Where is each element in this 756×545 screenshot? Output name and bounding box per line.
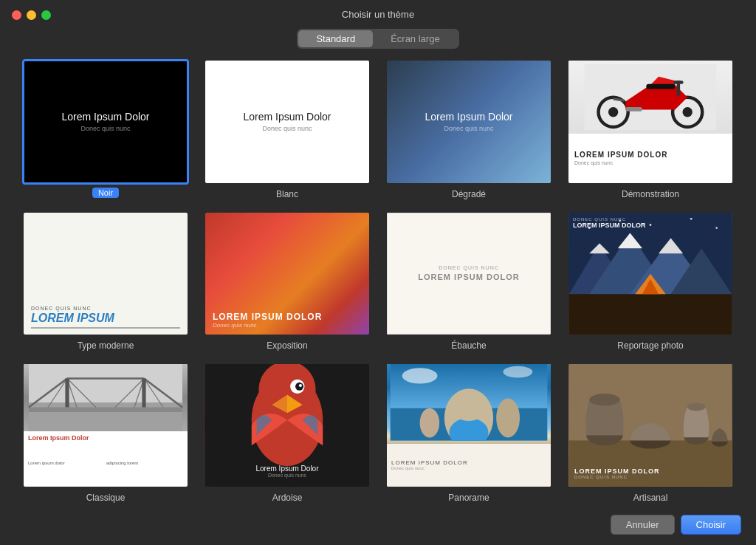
footer: Annuler Choisir — [0, 509, 756, 545]
theme-thumb-blanc[interactable]: Lorem Ipsum Dolor Donec quis nunc — [204, 59, 371, 185]
artisanal-text-overlay: LOREM IPSUM DOLOR DONEC QUIS NUNC — [574, 467, 726, 479]
thumb-ebauche-sub: DONEC QUIS NUNC — [439, 265, 499, 270]
theme-thumb-artisanal[interactable]: LOREM IPSUM DOLOR DONEC QUIS NUNC — [567, 363, 734, 488]
theme-item-panorame[interactable]: LOREM IPSUM DOLOR Donec quis nunc Panora… — [385, 363, 552, 503]
reportage-main: LOREM IPSUM DOLOR — [573, 222, 728, 229]
theme-thumb-type-moderne[interactable]: DONEC QUIS NUNC LOREM IPSUM — [22, 211, 189, 337]
theme-thumb-ebauche[interactable]: DONEC QUIS NUNC LOREM IPSUM DOLOR — [385, 211, 552, 337]
tab-ecran-large[interactable]: Écran large — [373, 30, 457, 47]
theme-item-degrade[interactable]: Lorem Ipsum Dolor Donec quis nunc Dégrad… — [385, 59, 552, 199]
svg-rect-39 — [65, 379, 69, 408]
theme-thumb-classique[interactable]: Lorem Ipsum Dolor Lorem ipsum dolor adip… — [22, 363, 189, 488]
svg-point-52 — [454, 401, 484, 421]
theme-thumb-demonstration[interactable]: LOREM IPSUM DOLOR Donec quis nunc — [567, 59, 734, 185]
theme-thumb-panorame[interactable]: LOREM IPSUM DOLOR Donec quis nunc — [385, 363, 552, 488]
theme-label-degrade: Dégradé — [452, 189, 486, 199]
classique-content: Lorem Ipsum Dolor Lorem ipsum dolor adip… — [24, 431, 188, 486]
theme-thumb-noir[interactable]: Lorem Ipsum Dolor Donec quis nunc — [22, 59, 189, 185]
thumb-expo-sub: Donec quis nunc — [213, 322, 362, 329]
title-bar: Choisir un thème — [0, 0, 756, 26]
bridge-icon — [24, 364, 188, 431]
thumb-demo-sub: Donec quis nunc — [574, 160, 726, 165]
svg-rect-40 — [142, 379, 145, 408]
theme-thumb-exposition[interactable]: LOREM IPSUM DOLOR Donec quis nunc — [204, 211, 371, 337]
classique-photo — [24, 364, 188, 431]
coastal-icon — [387, 364, 551, 441]
theme-item-type-moderne[interactable]: DONEC QUIS NUNC LOREM IPSUM Type moderne — [22, 211, 189, 352]
svg-point-60 — [589, 394, 619, 406]
svg-point-54 — [420, 408, 440, 438]
tab-standard[interactable]: Standard — [298, 30, 373, 47]
thumb-blanc-main: Lorem Ipsum Dolor — [243, 111, 331, 123]
svg-point-53 — [496, 398, 520, 437]
theme-thumb-degrade[interactable]: Lorem Ipsum Dolor Donec quis nunc — [385, 59, 552, 185]
svg-rect-7 — [673, 80, 683, 83]
thumb-demo-text: LOREM IPSUM DOLOR Donec quis nunc — [568, 134, 732, 182]
theme-label-type-moderne: Type moderne — [78, 340, 134, 351]
classique-sub1: Lorem ipsum dolor — [28, 461, 105, 483]
theme-item-exposition[interactable]: LOREM IPSUM DOLOR Donec quis nunc Exposi… — [204, 211, 371, 352]
classique-sub2: adipiscing lorem — [106, 461, 183, 483]
theme-item-ardoise[interactable]: Lorem Ipsum Dolor Donec quis nunc Ardois… — [204, 363, 371, 503]
minimize-button[interactable] — [27, 10, 36, 20]
svg-rect-18 — [569, 294, 732, 335]
svg-line-9 — [614, 99, 625, 100]
theme-label-classique: Classique — [86, 493, 126, 503]
thumb-moderne-subtitle: DONEC QUIS NUNC — [31, 306, 180, 311]
svg-rect-27 — [29, 364, 182, 402]
panorame-main: LOREM IPSUM DOLOR — [391, 459, 546, 466]
artisanal-main: LOREM IPSUM DOLOR — [574, 467, 726, 475]
close-button[interactable] — [12, 10, 21, 20]
theme-label-artisanal: Artisanal — [633, 493, 668, 503]
theme-item-artisanal[interactable]: LOREM IPSUM DOLOR DONEC QUIS NUNC Artisa… — [567, 363, 734, 503]
artisanal-sub: DONEC QUIS NUNC — [574, 475, 726, 479]
ardoise-main: Lorem Ipsum Dolor — [205, 465, 369, 473]
theme-thumb-reportage[interactable]: DONEC QUIS NUNC LOREM IPSUM DOLOR — [567, 211, 734, 337]
window-title: Choisir un thème — [342, 9, 414, 20]
svg-point-56 — [503, 366, 532, 378]
reportage-photo-bg — [568, 213, 732, 335]
svg-point-46 — [299, 384, 302, 387]
confirm-button[interactable]: Choisir — [681, 515, 741, 535]
thumb-expo-main: LOREM IPSUM DOLOR — [213, 312, 362, 322]
motorcycle-icon — [577, 64, 724, 130]
theme-label-exposition: Exposition — [267, 340, 307, 351]
thumb-moderne-line — [31, 327, 180, 329]
tab-group: Standard Écran large — [297, 29, 458, 49]
theme-thumb-ardoise[interactable]: Lorem Ipsum Dolor Donec quis nunc — [204, 363, 371, 488]
theme-label-ardoise: Ardoise — [272, 493, 303, 503]
theme-label-ebauche: Ébauche — [451, 340, 486, 351]
svg-rect-5 — [625, 107, 642, 112]
theme-label-reportage: Reportage photo — [617, 340, 683, 351]
thumb-degrade-sub: Donec quis nunc — [444, 125, 493, 132]
theme-item-blanc[interactable]: Lorem Ipsum Dolor Donec quis nunc Blanc — [204, 59, 371, 199]
maximize-button[interactable] — [41, 10, 51, 20]
svg-point-55 — [402, 368, 438, 383]
theme-item-classique[interactable]: Lorem Ipsum Dolor Lorem ipsum dolor adip… — [22, 363, 189, 503]
ardoise-text-overlay: Lorem Ipsum Dolor Donec quis nunc — [205, 465, 369, 478]
theme-item-ebauche[interactable]: DONEC QUIS NUNC LOREM IPSUM DOLOR Ébauch… — [385, 211, 552, 352]
reportage-landscape-icon — [568, 213, 732, 335]
thumb-noir-sub: Donec quis nunc — [80, 125, 130, 132]
svg-point-4 — [683, 107, 693, 117]
svg-point-63 — [687, 402, 706, 411]
panorame-sub: Donec quis nunc — [391, 466, 546, 470]
theme-badge-noir: Noir — [92, 188, 119, 198]
thumb-moderne-main: LOREM IPSUM — [31, 312, 180, 324]
panorame-photo — [387, 364, 551, 444]
thumb-demo-bike-area — [568, 61, 732, 134]
theme-label-panorame: Panorame — [448, 493, 489, 503]
thumb-blanc-sub: Donec quis nunc — [262, 125, 312, 132]
theme-item-demonstration[interactable]: LOREM IPSUM DOLOR Donec quis nunc Démons… — [567, 59, 734, 199]
traffic-lights — [12, 10, 51, 20]
thumb-noir-main: Lorem Ipsum Dolor — [61, 111, 149, 123]
reportage-text-overlay: DONEC QUIS NUNC LOREM IPSUM DOLOR — [573, 217, 728, 229]
theme-item-reportage[interactable]: DONEC QUIS NUNC LOREM IPSUM DOLOR Report… — [567, 211, 734, 352]
ardoise-sub: Donec quis nunc — [205, 473, 369, 478]
svg-rect-8 — [646, 84, 675, 89]
theme-grid-container: Lorem Ipsum Dolor Donec quis nunc Noir L… — [0, 59, 756, 509]
theme-item-noir[interactable]: Lorem Ipsum Dolor Donec quis nunc Noir — [22, 59, 189, 199]
tab-bar: Standard Écran large — [0, 29, 756, 49]
svg-point-2 — [608, 107, 618, 117]
cancel-button[interactable]: Annuler — [611, 515, 675, 535]
